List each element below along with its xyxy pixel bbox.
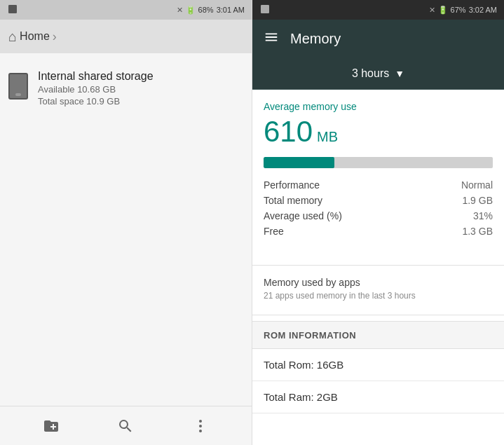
- left-bottom-bar: [0, 406, 252, 445]
- storage-total: Total space 10.9 GB: [38, 96, 154, 107]
- avg-memory-value: 610 MB: [264, 115, 493, 149]
- storage-device-icon: [8, 73, 28, 100]
- time-selector-label: 3 hours: [352, 67, 389, 80]
- memory-bar: [264, 157, 493, 168]
- stat-performance-label: Performance: [264, 179, 320, 191]
- right-notification-icons: [259, 4, 271, 17]
- hamburger-menu-button[interactable]: [264, 29, 279, 48]
- rom-total-rom-label: Total Rom: 16GB: [264, 359, 343, 371]
- breadcrumb: ⌂ Home ›: [8, 29, 57, 45]
- rom-section-title: ROM INFORMATION: [264, 330, 356, 341]
- add-folder-button[interactable]: [37, 412, 65, 440]
- stat-free: Free 1.3 GB: [264, 226, 493, 237]
- apps-subtitle: 21 apps used memory in the last 3 hours: [264, 291, 493, 301]
- list-item[interactable]: Internal shared storage Available 10.68 …: [8, 64, 243, 112]
- stat-avg-used-label: Average used (%): [264, 210, 342, 221]
- storage-info: Internal shared storage Available 10.68 …: [38, 70, 154, 107]
- storage-name: Internal shared storage: [38, 70, 154, 83]
- stat-avg-used: Average used (%) 31%: [264, 210, 493, 221]
- stat-performance-value: Normal: [461, 179, 493, 191]
- divider-2: [252, 315, 504, 315]
- memory-stats: Performance Normal Total memory 1.9 GB A…: [264, 179, 493, 237]
- stat-total-memory: Total memory 1.9 GB: [264, 195, 493, 206]
- stat-total-memory-value: 1.9 GB: [462, 195, 493, 206]
- stat-free-value: 1.3 GB: [462, 226, 493, 237]
- left-panel: ✕ 🔋 68% 3:01 AM ⌂ Home › Internal shared…: [0, 0, 252, 445]
- storage-available: Available 10.68 GB: [38, 84, 154, 95]
- dropdown-arrow-icon: ▼: [395, 68, 404, 79]
- time-left: 3:01 AM: [217, 6, 245, 14]
- home-label[interactable]: Home: [20, 30, 50, 43]
- svg-point-1: [199, 420, 202, 423]
- search-button[interactable]: [111, 412, 139, 440]
- svg-point-3: [199, 430, 202, 432]
- signal-off-icon: ✕: [177, 6, 183, 15]
- stat-avg-used-value: 31%: [473, 210, 493, 221]
- home-icon: ⌂: [8, 29, 17, 45]
- page-title: Memory: [290, 31, 341, 47]
- battery-percent-left: 68%: [198, 6, 214, 14]
- signal-off-icon-right: ✕: [429, 6, 435, 15]
- stat-performance: Performance Normal: [264, 179, 493, 191]
- memory-apps-section: Memory used by apps 21 apps used memory …: [252, 271, 504, 309]
- time-selector[interactable]: 3 hours ▼: [252, 57, 504, 90]
- apps-title: Memory used by apps: [264, 277, 493, 288]
- rom-total-rom: Total Rom: 16GB: [252, 349, 504, 381]
- rom-section-header: ROM INFORMATION: [252, 321, 504, 349]
- right-status-icons: ✕ 🔋 67% 3:02 AM: [429, 6, 497, 15]
- stat-total-memory-label: Total memory: [264, 195, 322, 206]
- memory-bar-fill: [264, 157, 334, 168]
- rom-total-ram-label: Total Ram: 2GB: [264, 391, 338, 403]
- stat-free-label: Free: [264, 226, 284, 237]
- left-notification-icons: [7, 4, 18, 17]
- svg-rect-0: [8, 5, 17, 13]
- storage-list: Internal shared storage Available 10.68 …: [0, 53, 252, 406]
- left-status-icons: ✕ 🔋 68% 3:01 AM: [177, 6, 245, 15]
- time-right: 3:02 AM: [469, 6, 497, 14]
- avg-memory-label: Average memory use: [264, 101, 493, 112]
- right-status-bar: ✕ 🔋 67% 3:02 AM: [252, 0, 504, 20]
- left-toolbar: ⌂ Home ›: [0, 20, 252, 53]
- avg-memory-unit: MB: [317, 129, 338, 145]
- right-toolbar: Memory: [252, 20, 504, 57]
- right-panel: ✕ 🔋 67% 3:02 AM Memory 3 hours ▼ Average…: [252, 0, 504, 445]
- divider-1: [252, 265, 504, 266]
- breadcrumb-arrow-icon: ›: [53, 29, 57, 44]
- battery-icon-right: 🔋: [438, 6, 448, 15]
- more-options-button[interactable]: [186, 412, 214, 440]
- memory-content: Average memory use 610 MB Performance No…: [252, 90, 504, 259]
- left-status-bar: ✕ 🔋 68% 3:01 AM: [0, 0, 252, 20]
- svg-point-2: [199, 425, 202, 427]
- battery-percent-right: 67%: [451, 6, 466, 14]
- rom-total-ram: Total Ram: 2GB: [252, 381, 504, 413]
- avg-memory-number: 610: [264, 115, 313, 149]
- svg-rect-4: [261, 5, 269, 13]
- battery-icon-left: 🔋: [186, 6, 196, 15]
